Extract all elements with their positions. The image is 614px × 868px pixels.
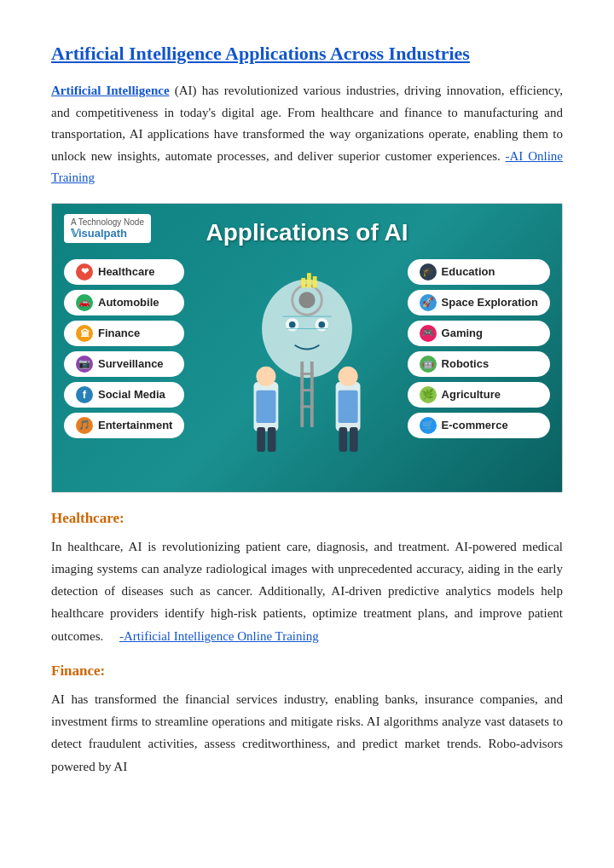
chip-education-icon: 🎓 [420,263,437,281]
intro-paragraph: Artificial Intelligence (AI) has revolut… [51,80,563,189]
svg-point-6 [298,292,315,308]
chip-gaming-icon: 🎮 [420,325,437,342]
chip-social-label: Social Media [98,388,165,401]
chip-surveillance-icon: 📷 [76,356,93,373]
chip-surveillance-label: Surveillance [98,357,164,370]
visualpath-logo: A Technology Node 𝕍isualpath [64,214,151,243]
banner-inner: A Technology Node 𝕍isualpath Application… [52,204,562,492]
svg-point-3 [289,321,296,327]
chip-entertainment-icon: 🎵 [76,417,93,434]
left-chips-column: ❤ Healthcare 🚗 Automobile 🏛 Finance 📷 Su… [64,259,184,438]
center-figure [222,251,392,472]
artificial-intelligence-link[interactable]: Artificial Intelligence [51,84,170,97]
svg-point-16 [339,366,358,385]
svg-point-11 [256,366,275,385]
page-title: Artificial Intelligence Applications Acr… [51,43,563,65]
banner-title: Applications of AI [206,219,408,246]
ai-online-training-link-healthcare[interactable]: -Artificial Intelligence Online Training [119,629,319,643]
svg-rect-15 [339,390,358,422]
svg-rect-10 [256,390,275,422]
chip-agriculture-icon: 🌿 [420,386,437,403]
chip-finance-icon: 🏛 [76,325,93,342]
right-chips-column: 🎓 Education 🚀 Space Exploration 🎮 Gaming… [408,259,550,438]
svg-rect-20 [310,362,314,427]
healthcare-paragraph: In healthcare, AI is revolutionizing pat… [51,535,563,647]
chip-healthcare-icon: ❤ [76,263,93,281]
healthcare-heading: Healthcare: [51,510,563,527]
chip-ecommerce: 🛒 E-commerce [408,413,550,438]
ai-figure-svg [230,255,384,468]
svg-rect-24 [301,277,305,287]
chip-robotics-icon: 🤖 [420,356,437,373]
chip-entertainment: 🎵 Entertainment [64,413,184,438]
chip-healthcare: ❤ Healthcare [64,259,184,285]
svg-rect-19 [300,362,304,427]
logo-name: 𝕍isualpath [71,227,144,240]
svg-rect-25 [307,273,311,287]
chip-ecommerce-icon: 🛒 [420,417,437,434]
chip-education: 🎓 Education [408,259,550,285]
finance-paragraph: AI has transformed the financial service… [51,688,563,778]
chip-gaming: 🎮 Gaming [408,321,550,346]
chip-gaming-label: Gaming [442,327,483,339]
chip-healthcare-label: Healthcare [98,265,154,278]
svg-rect-26 [313,276,317,287]
healthcare-text: In healthcare, AI is revolutionizing pat… [51,540,563,643]
chip-automobile-icon: 🚗 [76,294,93,311]
chip-social-icon: f [76,386,93,403]
svg-point-4 [318,321,325,327]
chip-finance-label: Finance [98,327,140,339]
svg-rect-13 [268,426,276,451]
chip-surveillance: 📷 Surveillance [64,351,184,377]
chip-education-label: Education [442,265,495,278]
chip-space-icon: 🚀 [420,294,437,311]
chip-entertainment-label: Entertainment [98,419,172,431]
chip-robotics-label: Robotics [442,357,489,370]
svg-rect-12 [257,426,265,451]
chip-agriculture-label: Agriculture [442,388,501,401]
chip-space-exploration: 🚀 Space Exploration [408,290,550,315]
chip-robotics: 🤖 Robotics [408,351,550,377]
ai-applications-banner: A Technology Node 𝕍isualpath Application… [51,203,563,493]
finance-heading: Finance: [51,663,563,680]
logo-sub: A Technology Node [71,217,144,227]
chip-finance: 🏛 Finance [64,321,184,346]
chip-agriculture: 🌿 Agriculture [408,382,550,408]
chip-automobile: 🚗 Automobile [64,290,184,315]
chip-social-media: f Social Media [64,382,184,408]
svg-rect-18 [350,426,358,451]
chip-ecommerce-label: E-commerce [442,419,508,431]
chip-space-label: Space Exploration [442,296,538,309]
svg-rect-17 [339,426,348,451]
chip-automobile-label: Automobile [98,296,159,309]
